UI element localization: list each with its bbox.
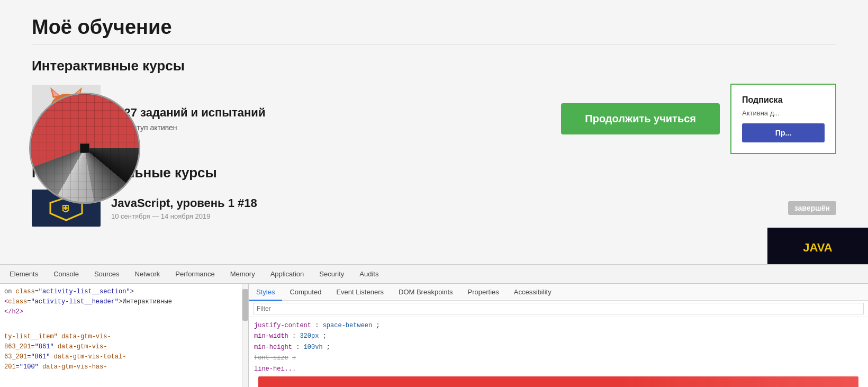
dom-line-1: on class="activity-list__section"> (4, 287, 244, 297)
styles-tab-computed[interactable]: Computed (282, 284, 329, 301)
red-bar-visual (258, 376, 858, 387)
course-2-date: 10 сентября — 14 ноября 2019 (111, 212, 777, 220)
styles-tab-properties[interactable]: Properties (460, 284, 507, 301)
devtools-body: on class="activity-list__section"> <clas… (0, 284, 868, 387)
tab-elements[interactable]: Elements (2, 265, 46, 284)
tab-memory[interactable]: Memory (223, 265, 263, 284)
styles-panel: Styles Computed Event Listeners DOM Brea… (249, 284, 868, 387)
scrollbar-thumb[interactable] (242, 289, 248, 321)
tab-audits[interactable]: Audits (352, 265, 386, 284)
continue-button[interactable]: Продолжить учиться (561, 103, 720, 134)
dom-line-7: 63_201="861" data-gtm-vis-total- (4, 352, 244, 362)
devtools-tabbar: Elements Console Sources Network Perform… (0, 265, 868, 284)
dom-line-8: 201="100" data-gtm-vis-has- (4, 362, 244, 372)
dom-scrollbar[interactable] (242, 284, 248, 387)
tab-security[interactable]: Security (312, 265, 352, 284)
css-line-4: font-size : (254, 353, 863, 363)
access-badge: ✓ Доступ активен (111, 123, 550, 132)
styles-tab-event-listeners[interactable]: Event Listeners (329, 284, 391, 301)
css-line-2: min-width : 320px ; (254, 331, 863, 341)
dom-line-3: </h2> (4, 307, 244, 317)
magnifier-inner (31, 94, 139, 202)
page-title: Моё обучение (32, 16, 836, 39)
subscription-title: Подписка (742, 95, 825, 105)
course-1-info: 1227 заданий и испытаний ✓ Доступ активе… (111, 106, 550, 132)
css-line-3: min-height : 100vh ; (254, 342, 863, 353)
styles-content: justify-content : space-between ; min-wi… (249, 317, 868, 387)
tab-console[interactable]: Console (46, 265, 87, 284)
course-2-name: JavaScript, уровень 1 #18 (111, 196, 777, 210)
interactive-section-title: Интерактивные курсы (32, 58, 836, 74)
dom-panel: on class="activity-list__section"> <clas… (0, 284, 249, 387)
tab-performance[interactable]: Performance (168, 265, 222, 284)
java-thumbnail: JAVA (767, 228, 868, 267)
styles-filter-input[interactable] (253, 303, 864, 314)
course-row-1: 1227 заданий и испытаний ✓ Доступ активе… (32, 84, 836, 154)
styles-tab-accessibility[interactable]: Accessibility (507, 284, 559, 301)
dom-content: on class="activity-list__section"> <clas… (0, 284, 248, 387)
styles-filter-bar (249, 301, 868, 317)
course-row-2: ⛨ JavaScript, уровень 1 #18 10 сентября … (32, 190, 836, 227)
dom-line-5: ty-list__item" data-gtm-vis- (4, 332, 244, 342)
dom-line-6: 863_201="861" data-gtm-vis- (4, 342, 244, 352)
professional-section-title: Профессиональные курсы (32, 165, 836, 181)
focus-pixel (80, 143, 89, 153)
java-label: JAVA (803, 241, 832, 255)
dom-line-4 (4, 318, 244, 328)
course-1-name: 1227 заданий и испытаний (111, 106, 550, 120)
course-2-info: JavaScript, уровень 1 #18 10 сентября — … (111, 196, 777, 220)
styles-tab-styles[interactable]: Styles (249, 284, 282, 301)
styles-tabbar: Styles Computed Event Listeners DOM Brea… (249, 284, 868, 301)
subscription-button[interactable]: Пр... (742, 123, 825, 142)
status-badge: завершён (788, 201, 836, 215)
css-line-5: line-hei... (254, 364, 863, 374)
subscription-card: Подписка Активна д... Пр... (730, 84, 836, 154)
subscription-status: Активна д... (742, 109, 825, 117)
svg-text:⛨: ⛨ (61, 203, 71, 214)
magnifier-overlay (29, 93, 140, 204)
tab-network[interactable]: Network (128, 265, 168, 284)
dom-spacer (4, 328, 244, 332)
devtools-panel: Elements Console Sources Network Perform… (0, 264, 868, 387)
divider (32, 44, 836, 44)
main-page: Моё обучение Интерактивные курсы (0, 0, 868, 275)
styles-tab-dom-breakpoints[interactable]: DOM Breakpoints (391, 284, 460, 301)
tab-sources[interactable]: Sources (87, 265, 128, 284)
tab-application[interactable]: Application (263, 265, 312, 284)
css-line-1: justify-content : space-between ; (254, 320, 863, 331)
dom-line-2: <class="activity-list__header">Интеракти… (4, 297, 244, 307)
